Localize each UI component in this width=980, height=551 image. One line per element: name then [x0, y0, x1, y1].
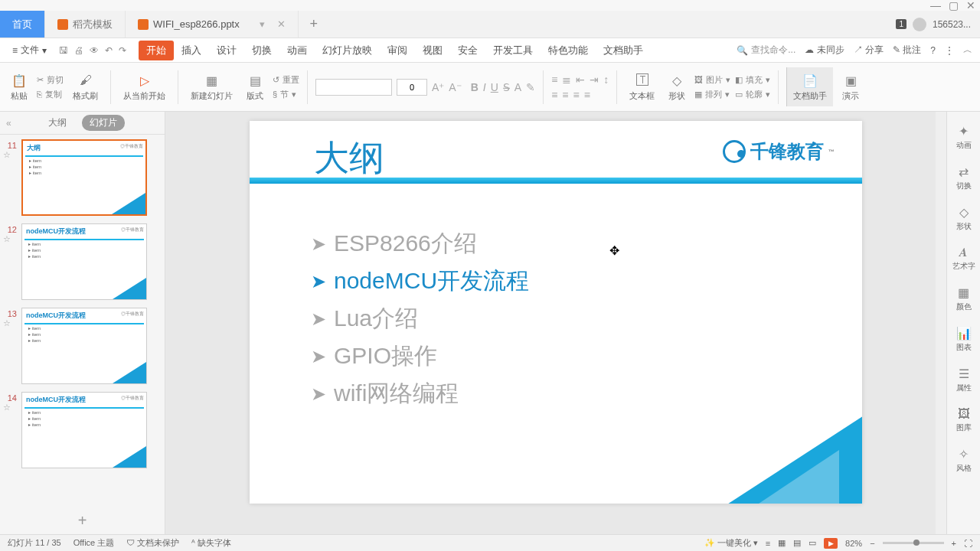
vertical-scrollbar[interactable] [936, 112, 946, 534]
strike-icon[interactable]: S̶ [503, 81, 510, 93]
doc-assistant[interactable]: 📄文档助手 [786, 67, 833, 106]
slide-canvas[interactable]: 大纲 千锋教育™ ➤ESP8266介绍➤nodeMCU开发流程➤Lua介绍➤GP… [165, 112, 946, 534]
side-panel-图表[interactable]: 📊图表 [956, 326, 972, 353]
view-normal-icon[interactable]: ▦ [778, 538, 786, 548]
print-icon[interactable]: 🖨 [74, 45, 83, 56]
current-slide[interactable]: 大纲 千锋教育™ ➤ESP8266介绍➤nodeMCU开发流程➤Lua介绍➤GP… [250, 121, 862, 504]
italic-icon[interactable]: I [483, 81, 486, 93]
more-icon[interactable]: ⋮ [945, 45, 954, 56]
menu-tab-9[interactable]: 开发工具 [485, 41, 541, 60]
side-panel-形状[interactable]: ◇形状 [956, 205, 972, 232]
redo-icon[interactable]: ↷ [119, 45, 126, 56]
align-left-icon[interactable]: ≡ [551, 89, 557, 101]
close-button[interactable]: ✕ [966, 0, 975, 11]
tab-current-file[interactable]: WIFI_esp8266.pptx ▾ ✕ [126, 11, 299, 37]
side-panel-切换[interactable]: ⇄切换 [956, 165, 972, 191]
command-search[interactable]: 🔍 查找命令... [737, 44, 795, 57]
zoom-out-icon[interactable]: − [870, 539, 874, 548]
user-area[interactable]: 1 156523... [887, 11, 980, 37]
beautify-button[interactable]: ✨ 一键美化 ▾ [704, 537, 758, 549]
fill-button[interactable]: ◧ 填充 ▾ [735, 74, 770, 86]
highlight-icon[interactable]: ✎ [526, 81, 535, 93]
view-sorter-icon[interactable]: ▤ [793, 538, 801, 548]
decrease-font-icon[interactable]: A⁻ [449, 81, 461, 93]
thumb-tab-slides[interactable]: 幻灯片 [82, 115, 125, 131]
undo-icon[interactable]: ↶ [105, 45, 113, 56]
paste-button[interactable]: 📋粘贴 [6, 72, 32, 102]
thumbnail-item[interactable]: 13☆nodeMCU开发流程▸ item▸ item▸ item◎千锋教育 [3, 308, 162, 384]
zoom-value[interactable]: 82% [845, 539, 862, 548]
play-from-current[interactable]: ▷从当前开始 [119, 72, 170, 102]
side-panel-图库[interactable]: 🖼图库 [956, 407, 972, 433]
underline-icon[interactable]: U [491, 81, 498, 93]
view-reading-icon[interactable]: ▭ [808, 538, 816, 548]
zoom-slider[interactable] [883, 542, 944, 544]
preview-icon[interactable]: 👁 [90, 45, 99, 56]
menu-tab-0[interactable]: 开始 [139, 41, 174, 60]
menu-tab-11[interactable]: 文档助手 [596, 41, 651, 60]
new-slide[interactable]: ▦新建幻灯片 [186, 72, 237, 102]
slideshow-button[interactable]: ▶ [824, 538, 838, 549]
layout-button[interactable]: ▤版式 [242, 72, 268, 102]
arrange-button[interactable]: ▦ 排列 ▾ [694, 89, 730, 100]
side-panel-属性[interactable]: ☰属性 [956, 367, 972, 393]
tab-close-icon[interactable]: ✕ [277, 18, 286, 30]
menu-tab-8[interactable]: 安全 [450, 41, 485, 60]
menu-tab-4[interactable]: 动画 [279, 41, 315, 60]
outline-button[interactable]: ▭ 轮廓 ▾ [735, 89, 770, 100]
save-icon[interactable]: 🖫 [59, 45, 68, 56]
tab-home[interactable]: 首页 [0, 11, 45, 37]
textbox-button[interactable]: 🅃文本框 [625, 72, 659, 102]
side-panel-颜色[interactable]: ▦颜色 [956, 285, 972, 312]
align-justify-icon[interactable]: ≡ [584, 89, 590, 101]
align-center-icon[interactable]: ≡ [562, 89, 568, 101]
menu-tab-5[interactable]: 幻灯片放映 [315, 41, 380, 60]
maximize-button[interactable]: ▢ [949, 0, 959, 11]
menu-tab-2[interactable]: 设计 [209, 41, 244, 60]
share-button[interactable]: ↗ 分享 [854, 44, 884, 57]
cut-button[interactable]: ✂ 剪切 [37, 74, 64, 86]
side-panel-艺术字[interactable]: 𝑨艺术字 [952, 246, 975, 272]
format-painter[interactable]: 🖌格式刷 [68, 72, 103, 102]
collapse-ribbon-icon[interactable]: ︿ [963, 44, 972, 57]
tab-overflow-icon[interactable]: ▾ [260, 18, 265, 30]
zoom-in-icon[interactable]: + [952, 539, 956, 548]
protect-status[interactable]: 🛡 文档未保护 [126, 537, 179, 549]
font-color-icon[interactable]: A [514, 81, 521, 93]
thumbnail-item[interactable]: 14☆nodeMCU开发流程▸ item▸ item▸ item◎千锋教育 [3, 392, 162, 468]
thumb-tab-outline[interactable]: 大纲 [41, 115, 74, 131]
help-icon[interactable]: ? [930, 45, 936, 56]
font-size-combo[interactable] [397, 79, 427, 96]
increase-font-icon[interactable]: A⁺ [432, 81, 444, 93]
numbering-icon[interactable]: ≣ [562, 73, 571, 86]
line-spacing-icon[interactable]: ↕ [603, 73, 609, 86]
sync-status[interactable]: ☁ 未同步 [805, 44, 844, 57]
side-panel-风格[interactable]: ✧风格 [956, 447, 972, 474]
fit-icon[interactable]: ⛶ [964, 539, 972, 548]
menu-tab-6[interactable]: 审阅 [380, 41, 415, 60]
thumbnail-item[interactable]: 12☆nodeMCU开发流程▸ item▸ item▸ item◎千锋教育 [3, 223, 162, 300]
add-slide-button[interactable]: + [0, 507, 165, 534]
bullets-icon[interactable]: ≡ [551, 73, 557, 86]
section-button[interactable]: § 节 ▾ [273, 89, 299, 100]
menu-tab-3[interactable]: 切换 [244, 41, 279, 60]
tab-templates[interactable]: 稻壳模板 [45, 11, 126, 37]
bold-icon[interactable]: B [471, 81, 479, 93]
indent-dec-icon[interactable]: ⇤ [576, 73, 585, 86]
menu-tab-7[interactable]: 视图 [415, 41, 450, 60]
thumbnail-item[interactable]: 11☆大纲▸ item▸ item▸ item◎千锋教育 [3, 139, 162, 216]
picture-button[interactable]: 🖼 图片 ▾ [694, 74, 730, 86]
align-right-icon[interactable]: ≡ [573, 89, 580, 101]
notes-icon[interactable]: ≡ [766, 539, 770, 548]
copy-button[interactable]: ⎘ 复制 [37, 89, 64, 100]
tab-add-button[interactable]: + [299, 11, 329, 37]
file-menu[interactable]: ≡ 文件 ▾ [8, 42, 51, 58]
menu-tab-1[interactable]: 插入 [174, 41, 209, 60]
collapse-panel-icon[interactable]: « [6, 118, 11, 129]
font-family-combo[interactable] [315, 79, 392, 96]
indent-inc-icon[interactable]: ⇥ [590, 73, 599, 86]
minimize-button[interactable]: — [930, 0, 941, 11]
font-missing[interactable]: ᴬ 缺失字体 [191, 537, 231, 549]
reset-button[interactable]: ↺ 重置 [273, 74, 299, 86]
menu-tab-10[interactable]: 特色功能 [541, 41, 596, 60]
